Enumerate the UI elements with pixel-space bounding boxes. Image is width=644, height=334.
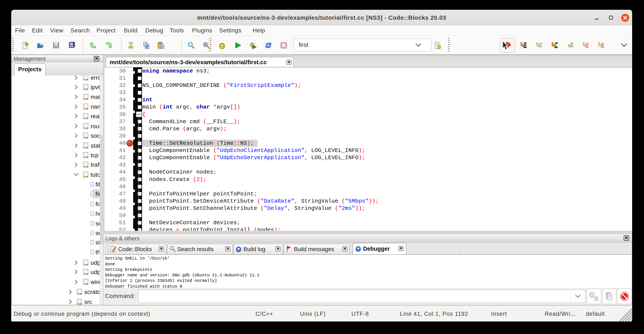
svg-text:R: R [204,43,207,47]
